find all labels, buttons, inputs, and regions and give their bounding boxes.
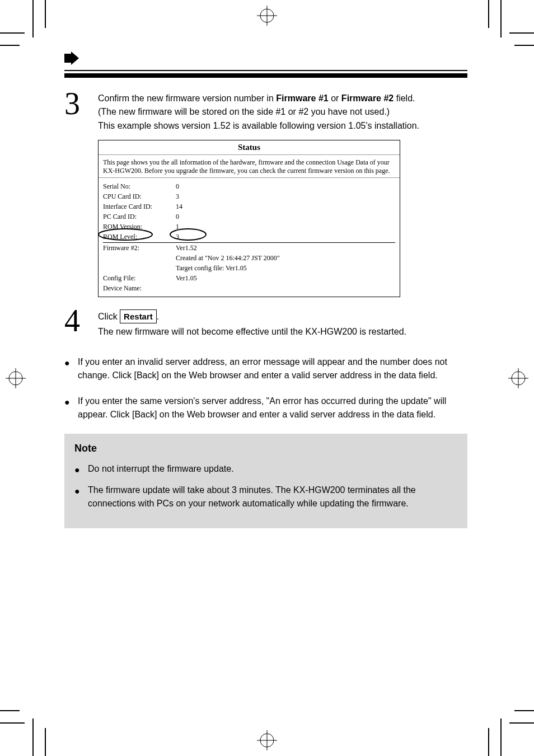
val-serial: 0 — [176, 181, 395, 191]
row-firmware2: Firmware #2:Ver1.52 — [103, 243, 395, 253]
bullet-text-1: If you enter an invalid server address, … — [78, 355, 467, 382]
screenshot-body: Serial No:0 CPU Card ID:3 Interface Card… — [99, 178, 400, 297]
val-fw2: Ver1.52 — [176, 243, 395, 253]
step-number-4: 4 — [64, 305, 98, 336]
val-pc: 0 — [176, 212, 395, 222]
screenshot-title: Status — [99, 140, 400, 155]
row-config: Config File:Ver1.05 — [103, 273, 395, 283]
registration-mark-right — [508, 368, 528, 388]
row-pc: PC Card ID:0 — [103, 212, 395, 222]
label-pc: PC Card ID: — [103, 212, 176, 222]
bullet-dot-icon: ● — [74, 462, 88, 477]
val-device — [176, 283, 395, 293]
bullet-dot-icon: ● — [64, 395, 78, 409]
sub-created: Created at "Nov 2 16:44:27 JST 2000" — [103, 253, 395, 263]
label-serial: Serial No: — [103, 181, 176, 191]
step3-sub2: This example shows version 1.52 is avail… — [98, 120, 467, 132]
val-cpu: 3 — [176, 191, 395, 201]
list-item: ● If you enter the same version's server… — [64, 395, 467, 421]
step3-bold1: Firmware #1 — [276, 93, 328, 103]
step4-text-before: Click — [98, 312, 120, 321]
label-roml: ROM Level: — [103, 232, 176, 242]
list-item: ● Do not interrupt the firmware update. — [74, 462, 457, 477]
step4-text-after: . — [157, 312, 159, 321]
val-roml: 3 — [176, 232, 395, 242]
bullet-text-2: If you enter the same version's server a… — [78, 395, 467, 421]
sub-target: Target config file: Ver1.05 — [103, 263, 395, 273]
label-fw2: Firmware #2: — [103, 243, 176, 253]
row-device: Device Name: — [103, 283, 395, 293]
label-interface: Interface Card ID: — [103, 201, 176, 212]
row-serial: Serial No:0 — [103, 181, 395, 191]
registration-mark-left — [6, 368, 26, 388]
step3-text-after: field. — [394, 93, 415, 103]
divider-thin — [64, 70, 467, 71]
list-item: ● If you enter an invalid server address… — [64, 355, 467, 382]
step-4-body: Click Restart. The new firmware will not… — [98, 305, 467, 338]
label-romv: ROM Version: — [103, 222, 176, 232]
val-config: Ver1.05 — [176, 273, 395, 283]
bullet-list: ● If you enter an invalid server address… — [64, 355, 467, 421]
step3-text-mid: or — [329, 93, 341, 103]
list-item: ● The firmware update will take about 3 … — [74, 483, 457, 510]
registration-mark-bottom — [257, 730, 277, 750]
step3-text-before: Confirm the new firmware version number … — [98, 93, 276, 103]
divider-thick — [64, 73, 467, 78]
step-4: 4 Click Restart. The new firmware will n… — [64, 305, 467, 338]
row-rom-level: ROM Level:3 — [103, 232, 395, 243]
label-cpu: CPU Card ID: — [103, 191, 176, 201]
step4-sub: The new firmware will not become effecti… — [98, 326, 467, 338]
bullet-dot-icon: ● — [64, 355, 78, 370]
step-3: 3 Confirm the new firmware version numbe… — [64, 88, 467, 132]
registration-mark-top — [257, 6, 277, 26]
step3-bold2: Firmware #2 — [341, 93, 394, 103]
note-box: Note ● Do not interrupt the firmware upd… — [64, 434, 467, 528]
step-3-body: Confirm the new firmware version number … — [98, 88, 467, 132]
val-romv: 1 — [176, 222, 395, 232]
bullet-dot-icon: ● — [74, 483, 88, 498]
status-screenshot: Status This page shows you the all infor… — [98, 140, 400, 297]
note-item-1: Do not interrupt the firmware update. — [88, 462, 457, 476]
label-device: Device Name: — [103, 283, 176, 293]
row-cpu: CPU Card ID:3 — [103, 191, 395, 201]
row-interface: Interface Card ID:14 — [103, 201, 395, 212]
step-number-3: 3 — [64, 88, 98, 119]
note-item-2: The firmware update will take about 3 mi… — [88, 483, 457, 510]
row-rom-version: ROM Version:1 — [103, 222, 395, 232]
screenshot-desc: This page shows you the all information … — [99, 155, 400, 178]
step3-sub1: (The new firmware will be stored on the … — [98, 106, 467, 118]
val-interface: 14 — [176, 201, 395, 212]
label-config: Config File: — [103, 273, 176, 283]
restart-button[interactable]: Restart — [120, 309, 157, 323]
note-title: Note — [74, 443, 457, 454]
